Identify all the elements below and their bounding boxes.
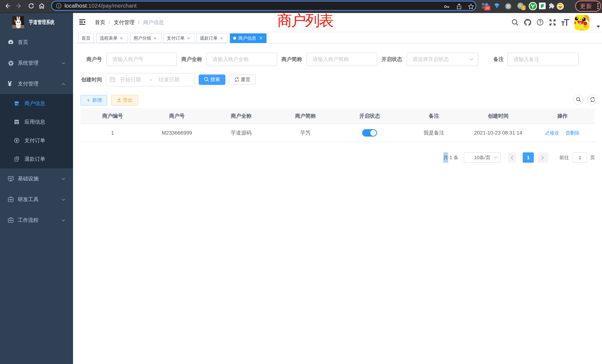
svg-text:⌘: ⌘ (506, 4, 510, 9)
